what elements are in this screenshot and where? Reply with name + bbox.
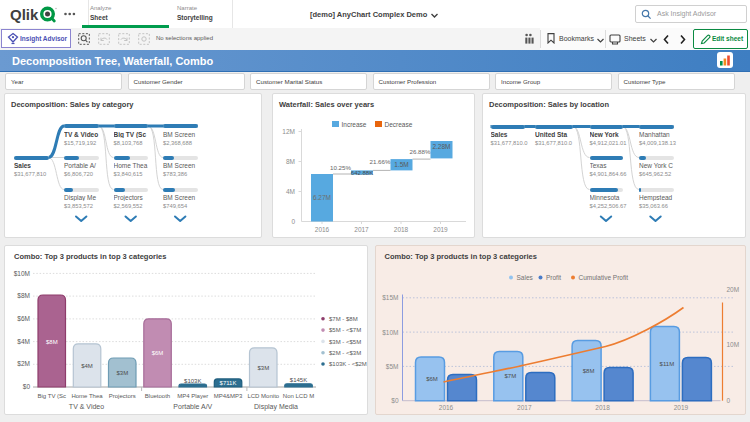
svg-text:$8M: $8M	[582, 367, 594, 373]
svg-text:$0: $0	[391, 397, 399, 404]
svg-text:$6M: $6M	[152, 350, 164, 356]
svg-text:$103K - <$2M: $103K - <$2M	[329, 361, 367, 367]
svg-text:Profit: Profit	[546, 274, 561, 281]
svg-text:Cumulative Profit: Cumulative Profit	[578, 274, 628, 281]
svg-text:Big TV (Sc: Big TV (Sc	[38, 392, 67, 398]
svg-text:10.25%: 10.25%	[330, 164, 351, 171]
svg-text:LCD Monito: LCD Monito	[247, 392, 279, 398]
svg-text:$10M: $10M	[382, 328, 398, 335]
svg-text:2016: 2016	[315, 226, 330, 233]
svg-text:Sales: Sales	[516, 274, 533, 281]
svg-text:MP4 Player: MP4 Player	[177, 392, 208, 398]
svg-text:$5M - <$7M: $5M - <$7M	[329, 327, 361, 333]
svg-text:$103K: $103K	[184, 377, 201, 383]
svg-text:$15M: $15M	[382, 294, 398, 301]
svg-text:2.28M: 2.28M	[432, 143, 450, 150]
svg-text:6.27M: 6.27M	[313, 194, 331, 201]
svg-text:642.88K: 642.88K	[351, 170, 373, 176]
svg-text:Home Thea: Home Thea	[71, 392, 103, 398]
svg-text:Display Media: Display Media	[254, 403, 298, 411]
svg-text:$8M: $8M	[46, 338, 58, 344]
svg-text:2017: 2017	[354, 226, 369, 233]
svg-text:$5M: $5M	[385, 362, 398, 369]
svg-text:$2M: $2M	[17, 360, 30, 367]
svg-text:$3M: $3M	[116, 369, 128, 375]
svg-text:$711K: $711K	[220, 379, 237, 385]
svg-text:2018: 2018	[394, 226, 409, 233]
svg-text:2019: 2019	[433, 226, 448, 233]
svg-text:2019: 2019	[673, 403, 688, 410]
svg-text:Projectors: Projectors	[109, 392, 136, 398]
svg-text:26.88%: 26.88%	[410, 148, 431, 155]
svg-text:$11M: $11M	[659, 360, 674, 366]
svg-text:10M: 10M	[726, 341, 739, 348]
svg-text:20M: 20M	[726, 286, 739, 293]
svg-text:Qlik: Qlik	[10, 6, 39, 23]
svg-text:$6M: $6M	[17, 315, 30, 322]
svg-text:$7M - $8M: $7M - $8M	[329, 316, 358, 322]
svg-text:$6M: $6M	[426, 375, 438, 381]
svg-text:$4M: $4M	[81, 362, 93, 368]
svg-text:$8M: $8M	[17, 292, 30, 299]
svg-text:21.66%: 21.66%	[370, 158, 391, 165]
svg-text:Bluetooth: Bluetooth	[145, 392, 170, 398]
svg-text:2016: 2016	[438, 403, 453, 410]
svg-text:$2M - <$3M: $2M - <$3M	[329, 349, 361, 355]
svg-text:$3M: $3M	[257, 364, 269, 370]
svg-text:$3M - <$5M: $3M - <$5M	[329, 338, 361, 344]
svg-text:2018: 2018	[595, 403, 610, 410]
svg-text:0: 0	[726, 396, 730, 403]
svg-text:Non LCD M: Non LCD M	[283, 392, 314, 398]
svg-text:2017: 2017	[517, 403, 532, 410]
svg-text:$4M: $4M	[17, 337, 30, 344]
svg-text:$7M: $7M	[504, 373, 516, 379]
svg-text:MP4&MP3: MP4&MP3	[214, 392, 243, 398]
svg-text:TV & Video: TV & Video	[69, 403, 104, 410]
svg-text:1.5M: 1.5M	[394, 161, 408, 168]
svg-text:$0: $0	[23, 383, 31, 390]
svg-text:$10M: $10M	[14, 269, 30, 276]
svg-text:$145K: $145K	[290, 376, 307, 382]
svg-text:Portable A/V: Portable A/V	[173, 403, 212, 410]
